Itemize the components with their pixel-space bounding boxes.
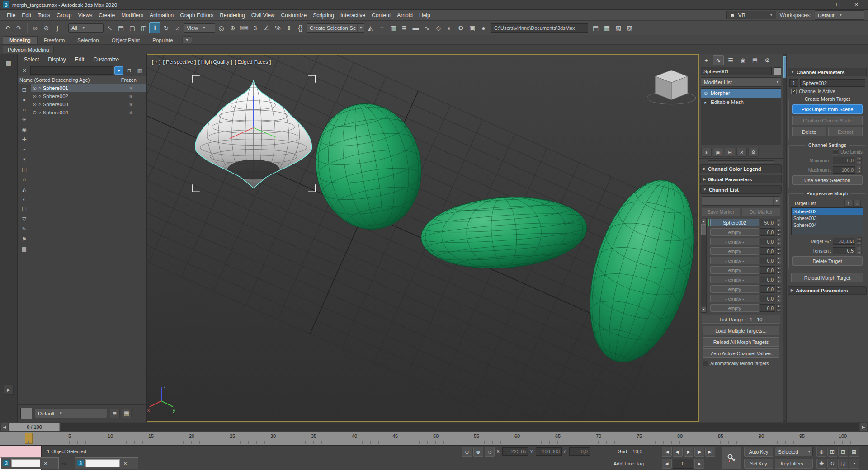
close-preview-button[interactable]: ✕ <box>122 460 129 467</box>
channel-name-button[interactable]: - empty - <box>710 304 759 312</box>
viewport-view-menu[interactable]: [ Perspective ] <box>163 59 196 65</box>
channel-value-spinner[interactable]: ▲▼ <box>776 266 781 274</box>
y-coord-field[interactable]: 106,303 <box>536 447 562 456</box>
previous-frame-arrow[interactable]: ◀ <box>1 423 8 431</box>
visibility-eye-icon[interactable]: ⊙ <box>33 94 37 99</box>
ribbon-tab[interactable]: Freeform <box>38 37 71 44</box>
target-list-item[interactable]: Sphere002 <box>792 208 863 215</box>
select-object-icon[interactable]: ↖ <box>104 22 115 33</box>
channel-value-spinner[interactable]: ▲▼ <box>776 285 781 293</box>
x-coord-field[interactable]: 223,65 <box>502 447 528 456</box>
scene-object-row[interactable]: ⊙ ○ Sphere004 ❄ <box>31 108 146 117</box>
select-and-move-icon[interactable]: ✛ <box>149 22 160 33</box>
channel-name-button[interactable]: - empty - <box>710 266 759 274</box>
panel-resize-handle[interactable] <box>708 160 774 163</box>
object-name[interactable]: Sphere004 <box>43 110 68 115</box>
zero-active-channel-values-button[interactable]: Zero Active Channel Values <box>703 348 779 358</box>
frozen-state-icon[interactable]: ❄ <box>129 94 133 99</box>
rollout-channel-parameters[interactable]: ▼Channel Parameters <box>788 68 867 76</box>
move-target-down-button[interactable]: ↓ <box>853 200 861 207</box>
hierarchy-tab-icon[interactable]: ☰ <box>725 55 736 65</box>
menu-item[interactable]: Arnold <box>394 11 416 19</box>
workspace-select[interactable]: Default ▼ <box>815 10 864 20</box>
display-tab-icon[interactable]: ▤ <box>750 55 760 65</box>
3dsmax-logo-icon[interactable]: 3 <box>3 1 9 8</box>
object-color-swatch[interactable] <box>774 67 781 75</box>
channel-value-field[interactable]: 0,0 <box>760 295 775 302</box>
display-xrefs-icon[interactable]: ◭ <box>19 184 29 194</box>
selection-lock-toggle-icon[interactable]: ⊗ <box>473 447 483 457</box>
auto-key-button[interactable]: Auto Key <box>744 447 773 457</box>
scroll-up-icon[interactable]: ▲ <box>701 218 706 224</box>
track-bar[interactable]: 0510152025303540455055606570758085909510… <box>0 432 868 445</box>
ribbon-tab[interactable]: Modeling <box>3 36 38 44</box>
z-coord-field[interactable]: 0,0 <box>569 447 590 456</box>
material-swatch[interactable] <box>20 408 32 419</box>
render-production-icon[interactable]: ● <box>478 22 489 33</box>
go-to-start-button[interactable]: |◀ <box>662 447 672 457</box>
display-bones-icon[interactable]: ◫ <box>19 164 29 174</box>
named-selection-sets-icon[interactable]: {} <box>295 22 306 33</box>
pin-stack-icon[interactable]: ∗ <box>701 148 712 157</box>
window-thumbnail[interactable] <box>11 459 40 467</box>
menu-item[interactable]: File <box>4 11 19 19</box>
channel-name-button[interactable]: Sphere002 <box>710 219 759 226</box>
ribbon-tab[interactable]: Populate <box>146 37 179 44</box>
key-filters-button[interactable]: Key Filters... <box>775 459 813 469</box>
channel-number-field[interactable]: 1 <box>789 79 798 87</box>
channel-is-active-checkbox[interactable]: ✓ <box>791 89 797 94</box>
display-shapes-icon[interactable]: ○ <box>19 105 29 115</box>
channel-value-spinner[interactable]: ▲▼ <box>776 247 781 255</box>
align-icon[interactable]: ≡ <box>376 22 387 33</box>
select-and-scale-icon[interactable]: ⊿ <box>172 22 183 33</box>
explorer-menu[interactable]: Customize <box>90 56 123 63</box>
isolate-selection-toggle-icon[interactable]: ⊖ <box>462 447 472 457</box>
menu-item[interactable]: Interactive <box>337 11 368 19</box>
display-space-warps-icon[interactable]: ≈ <box>19 145 29 155</box>
absolute-mode-toggle-icon[interactable]: ◇ <box>485 447 495 457</box>
toolbar-extra-icon-1[interactable]: ▤ <box>590 22 601 33</box>
minimum-spinner[interactable]: ▲▼ <box>857 156 862 164</box>
menu-item[interactable]: Civil View <box>248 11 278 19</box>
channel-list-scrollbar[interactable]: ▲ ▼ <box>701 218 707 313</box>
window-crossing-icon[interactable]: ◫ <box>138 22 149 33</box>
channel-name-button[interactable]: - empty - <box>710 276 759 283</box>
unlink-selection-icon[interactable]: ⊘ <box>41 22 52 33</box>
morph-target-sphere002[interactable] <box>306 95 431 238</box>
select-and-link-icon[interactable]: ∞ <box>29 22 41 33</box>
maximum-spinner[interactable]: ▲▼ <box>857 166 862 174</box>
set-keys-button[interactable] <box>722 446 741 469</box>
next-key-button[interactable]: ▶ <box>694 459 704 469</box>
sort-hierarchy-icon[interactable]: ⊟ <box>19 85 29 95</box>
channel-name-button[interactable]: - empty - <box>710 238 759 245</box>
zoom-extents-icon[interactable]: ⊡ <box>838 447 848 457</box>
layer-explorer-toggle-icon[interactable]: ≣ <box>399 22 410 33</box>
scene-object-row[interactable]: ⊙ ○ Sphere001 ❄ <box>31 84 146 92</box>
play-button[interactable]: ▶ <box>684 447 693 457</box>
channel-value-field[interactable]: 0,0 <box>760 228 775 236</box>
remove-modifier-icon[interactable]: ✕ <box>736 148 747 157</box>
object-name-field[interactable]: Sphere001 <box>701 67 772 75</box>
default-layer-select[interactable]: Default▼ <box>35 409 107 418</box>
maximize-button[interactable]: ☐ <box>829 0 847 9</box>
modifier-toggle-icon[interactable]: ▸ <box>703 100 708 105</box>
display-containers-icon[interactable]: ⌂ <box>19 174 29 184</box>
previous-frame-button[interactable]: ◀| <box>673 447 683 457</box>
target-percent-field[interactable]: 33,333 <box>833 238 855 245</box>
explorer-menu[interactable]: Display <box>44 56 69 63</box>
channel-name-button[interactable]: - empty - <box>710 257 759 264</box>
layer-mode-icon[interactable]: ▦ <box>122 409 132 418</box>
zoom-region-icon[interactable]: ⊠ <box>849 447 859 457</box>
maximize-viewport-icon[interactable]: ◱ <box>838 459 848 469</box>
channel-name-button[interactable]: - empty - <box>710 295 759 302</box>
utilities-tab-icon[interactable]: ⚙ <box>762 55 773 65</box>
use-pivot-center-icon[interactable]: ◎ <box>216 22 227 33</box>
pick-object-from-scene-button[interactable]: Pick Object from Scene <box>792 104 863 114</box>
channel-value-field[interactable]: 0,0 <box>760 257 775 264</box>
taskbar-window-preview[interactable]: 3 ✕ <box>75 457 138 469</box>
channel-value-spinner[interactable]: ▲▼ <box>776 219 781 226</box>
visibility-eye-icon[interactable]: ⊙ <box>33 102 37 108</box>
rollout-channel-list[interactable]: ▼Channel List <box>700 185 782 194</box>
scene-explorer-toggle-icon[interactable]: ▥ <box>387 22 399 33</box>
explorer-menu[interactable]: Edit <box>71 56 88 63</box>
